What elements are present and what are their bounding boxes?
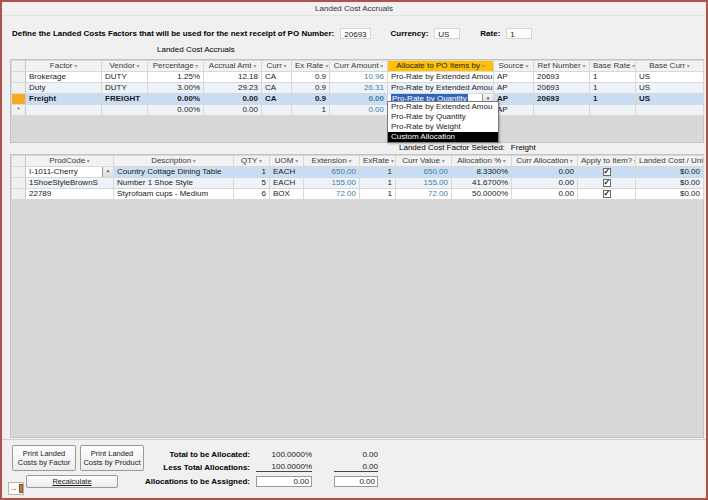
cell-exrate[interactable]: 1 <box>360 178 396 189</box>
cell-source[interactable]: AP <box>494 94 534 105</box>
cell-curr-allocation[interactable]: 0.00 <box>512 178 578 189</box>
column-header-prodcode[interactable]: ProdCode <box>26 156 114 167</box>
record-selector[interactable] <box>12 189 26 200</box>
column-header-extension[interactable]: Extension <box>304 156 360 167</box>
cell-description[interactable]: Number 1 Shoe Style <box>114 178 234 189</box>
cell-prodcode-combo[interactable]: I-1011-Cherry <box>26 167 114 178</box>
column-header-description[interactable]: Description <box>114 156 234 167</box>
cell-curr-allocation[interactable]: 0.00 <box>512 189 578 200</box>
dropdown-item[interactable]: Pro-Rate by Extended Amou <box>388 102 498 112</box>
cell-ref-number[interactable]: 20693 <box>534 83 590 94</box>
cell-uom[interactable]: BOX <box>270 189 304 200</box>
column-header-vendor[interactable]: Vendor <box>102 61 148 72</box>
cell-description[interactable]: Styrofoam cups - Medium <box>114 189 234 200</box>
cell-base-curr[interactable] <box>636 105 704 116</box>
cell-source[interactable]: AP <box>494 105 534 116</box>
cell-base-curr[interactable]: US <box>636 83 704 94</box>
column-header-factor[interactable]: Factor <box>26 61 102 72</box>
cell-curr-amount[interactable]: 26.31 <box>330 83 388 94</box>
cell-ex-rate[interactable]: 1 <box>292 105 330 116</box>
cell-curr-amount[interactable]: 0.00 <box>330 105 388 116</box>
cell-extension[interactable]: 72.00 <box>304 189 360 200</box>
column-header-base-rate[interactable]: Base Rate <box>590 61 636 72</box>
column-header-base-curr[interactable]: Base Curr <box>636 61 704 72</box>
cell-curr[interactable]: CA <box>262 94 292 105</box>
dropdown-item[interactable]: Pro-Rate by Weight <box>388 122 498 132</box>
cell-curr-allocation[interactable]: 0.00 <box>512 167 578 178</box>
cell-qty[interactable]: 5 <box>234 178 270 189</box>
cell-factor[interactable]: Brokerage <box>26 72 102 83</box>
cell-curr-amount[interactable]: 10.96 <box>330 72 388 83</box>
cell-allocate-by[interactable]: Pro-Rate by Extended Amou <box>388 83 494 94</box>
cell-vendor[interactable]: FREIGHT <box>102 94 148 105</box>
cell-accrual-amt[interactable]: 0.00 <box>204 94 262 105</box>
column-header-curr-value[interactable]: Curr Value <box>396 156 452 167</box>
cell-base-curr[interactable]: US <box>636 72 704 83</box>
rate-field[interactable]: 1 <box>506 28 532 39</box>
column-header-curr-amount[interactable]: Curr Amount <box>330 61 388 72</box>
cell-base-rate[interactable]: 1 <box>590 83 636 94</box>
cell-curr-amount[interactable]: 0.00 <box>330 94 388 105</box>
column-header-landed-cost-unit[interactable]: Landed Cost / Unit <box>636 156 704 167</box>
record-selector[interactable] <box>12 72 26 83</box>
record-selector-active[interactable] <box>12 94 26 105</box>
cell-curr[interactable]: CA <box>262 72 292 83</box>
column-header-exrate[interactable]: ExRate <box>360 156 396 167</box>
cell-exrate[interactable]: 1 <box>360 189 396 200</box>
cell-curr[interactable]: CA <box>262 83 292 94</box>
cell-prodcode[interactable]: 22789 <box>26 189 114 200</box>
column-header-source[interactable]: Source <box>494 61 534 72</box>
cell-percentage[interactable]: 0.00% <box>148 105 204 116</box>
cell-allocation-pct[interactable]: 50.0000% <box>452 189 512 200</box>
cell-percentage[interactable]: 1.25% <box>148 72 204 83</box>
cell-curr-value[interactable]: 72.00 <box>396 189 452 200</box>
cell-extension[interactable]: 650.00 <box>304 167 360 178</box>
cell-factor[interactable] <box>26 105 102 116</box>
new-record-selector[interactable]: * <box>12 105 26 116</box>
cell-accrual-amt[interactable]: 0.00 <box>204 105 262 116</box>
cell-vendor[interactable]: DUTY <box>102 83 148 94</box>
cell-curr[interactable] <box>262 105 292 116</box>
currency-field[interactable]: US <box>434 28 460 39</box>
cell-allocation-pct[interactable]: 41.6700% <box>452 178 512 189</box>
column-header-qty[interactable]: QTY <box>234 156 270 167</box>
cell-uom[interactable]: EACH <box>270 167 304 178</box>
cell-curr-value[interactable]: 650.00 <box>396 167 452 178</box>
column-header-uom[interactable]: UOM <box>270 156 304 167</box>
column-header-percentage[interactable]: Percentage <box>148 61 204 72</box>
cell-factor[interactable]: Freight <box>26 94 102 105</box>
cell-allocate-by[interactable]: Pro-Rate by Extended Amou <box>388 72 494 83</box>
column-header-ref-number[interactable]: Ref Number <box>534 61 590 72</box>
dropdown-item-highlighted[interactable]: Custom Allocation <box>388 132 498 142</box>
cell-ex-rate[interactable]: 0.9 <box>292 94 330 105</box>
cell-ex-rate[interactable]: 0.9 <box>292 72 330 83</box>
cell-ref-number[interactable] <box>534 105 590 116</box>
cell-uom[interactable]: EACH <box>270 178 304 189</box>
cell-accrual-amt[interactable]: 29.23 <box>204 83 262 94</box>
cell-percentage[interactable]: 3.00% <box>148 83 204 94</box>
record-selector[interactable] <box>12 178 26 189</box>
cell-source[interactable]: AP <box>494 72 534 83</box>
cell-vendor[interactable] <box>102 105 148 116</box>
cell-landed-cost-unit[interactable]: $0.00 <box>636 189 704 200</box>
cell-allocation-pct[interactable]: 8.3300% <box>452 167 512 178</box>
column-header-allocation-pct[interactable]: Allocation % <box>452 156 512 167</box>
cell-description[interactable]: Country Cottage Dining Table <box>114 167 234 178</box>
cell-base-curr[interactable]: US <box>636 94 704 105</box>
cell-ex-rate[interactable]: 0.9 <box>292 83 330 94</box>
column-header-accrual-amt[interactable]: Accrual Amt <box>204 61 262 72</box>
apply-checkbox-checked[interactable] <box>603 190 611 198</box>
cell-base-rate[interactable]: 1 <box>590 94 636 105</box>
column-header-curr[interactable]: Curr <box>262 61 292 72</box>
record-selector[interactable] <box>12 83 26 94</box>
apply-checkbox-checked[interactable] <box>603 179 611 187</box>
column-header-ex-rate[interactable]: Ex Rate <box>292 61 330 72</box>
cell-curr-value[interactable]: 155.00 <box>396 178 452 189</box>
cell-accrual-amt[interactable]: 12.18 <box>204 72 262 83</box>
apply-checkbox-checked[interactable] <box>603 168 611 176</box>
cell-factor[interactable]: Duty <box>26 83 102 94</box>
print-costs-by-factor-button[interactable]: Print Landed Costs by Factor <box>12 445 76 471</box>
cell-base-rate[interactable] <box>590 105 636 116</box>
cell-percentage[interactable]: 0.00% <box>148 94 204 105</box>
cell-landed-cost-unit[interactable]: $0.00 <box>636 178 704 189</box>
